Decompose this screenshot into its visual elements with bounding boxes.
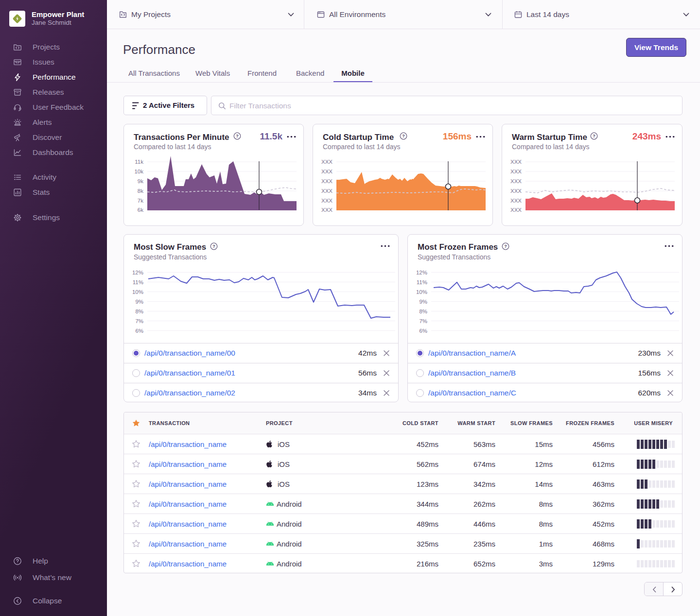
svg-text:?: ?: [212, 244, 215, 249]
svg-text:?: ?: [593, 134, 595, 138]
svg-text:?: ?: [236, 134, 239, 138]
svg-text:?: ?: [504, 244, 507, 249]
svg-text:?: ?: [402, 134, 405, 138]
